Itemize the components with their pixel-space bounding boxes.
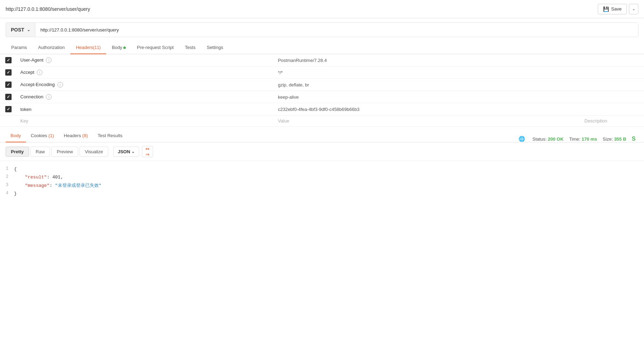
response-tab-body[interactable]: Body (6, 129, 26, 142)
response-tab-headers[interactable]: Headers (8) (59, 129, 93, 142)
preview-button[interactable]: Preview (52, 147, 78, 157)
header-checkbox-2[interactable] (5, 69, 12, 76)
header-checkbox-4[interactable] (5, 94, 12, 100)
tab-headers[interactable]: Headers(11) (70, 41, 106, 54)
method-select[interactable]: POST ⌄ (6, 23, 35, 37)
tab-authorization[interactable]: Authorization (33, 41, 70, 54)
response-tab-test-results[interactable]: Test Results (93, 129, 128, 142)
header-checkbox-3[interactable] (5, 82, 12, 88)
wrap-button[interactable]: ⇔⇒ (142, 146, 153, 157)
request-tabs: Params Authorization Headers(11) Body Pr… (0, 41, 644, 54)
format-select[interactable]: JSON ⌄ (113, 147, 139, 157)
wrap-icon: ⇔⇒ (145, 146, 150, 157)
url-input[interactable] (35, 23, 638, 37)
request-url-title: http://127.0.0.1:8080/server/user/query (6, 6, 90, 12)
table-row: User-Agent i PostmanRuntime/7.28.4 (0, 54, 644, 66)
tab-body[interactable]: Body (106, 41, 131, 54)
header-checkbox-1[interactable] (5, 57, 12, 63)
response-tabs: Body Cookies (1) Headers (8) Test Result… (0, 129, 644, 142)
tab-params[interactable]: Params (6, 41, 33, 54)
headers-section: User-Agent i PostmanRuntime/7.28.4 Accep… (0, 54, 644, 127)
header-checkbox-5[interactable] (5, 106, 12, 112)
save-button[interactable]: 💾 Save (598, 4, 627, 14)
info-icon-4: i (46, 94, 52, 100)
save-icon: 💾 (603, 6, 609, 12)
request-bar: POST ⌄ (6, 22, 638, 37)
code-line-2: 2 "result": 401, (0, 173, 644, 181)
new-header-row: Key Value Description (0, 115, 644, 127)
table-row: token c232ebf0-4fea-4bf3-9df0-c458b69b66… (0, 103, 644, 115)
table-row: Accept i */* (0, 66, 644, 79)
body-dot (123, 47, 126, 49)
headers-table: User-Agent i PostmanRuntime/7.28.4 Accep… (0, 54, 644, 127)
response-body-code: 1 { 2 "result": 401, 3 "message": "未登录或登… (0, 161, 644, 202)
visualize-button[interactable]: Visualize (80, 147, 108, 157)
save-dropdown-button[interactable]: ⌄ (629, 4, 638, 14)
response-status: 🌐 Status: 200 OK Time: 170 ms Size: 355 … (519, 136, 638, 142)
top-bar: http://127.0.0.1:8080/server/user/query … (0, 0, 644, 18)
info-icon-2: i (37, 70, 42, 75)
pretty-button[interactable]: Pretty (6, 147, 29, 157)
table-row: Accept-Encoding i gzip, deflate, br (0, 79, 644, 91)
response-toolbar: Pretty Raw Preview Visualize JSON ⌄ ⇔⇒ (0, 142, 644, 161)
method-chevron-icon: ⌄ (27, 28, 30, 32)
response-tab-cookies[interactable]: Cookies (1) (26, 129, 59, 142)
code-line-4: 4 } (0, 190, 644, 198)
info-icon-1: i (46, 57, 52, 63)
format-chevron-icon: ⌄ (131, 149, 135, 154)
tab-settings[interactable]: Settings (201, 41, 229, 54)
tab-pre-request[interactable]: Pre-request Script (131, 41, 179, 54)
code-line-1: 1 { (0, 165, 644, 173)
info-icon-3: i (57, 82, 63, 87)
code-line-3: 3 "message": "未登录或登录已失效" (0, 182, 644, 190)
scroll-right-icon: S (632, 136, 636, 142)
tab-tests[interactable]: Tests (179, 41, 201, 54)
raw-button[interactable]: Raw (30, 147, 50, 157)
globe-icon: 🌐 (519, 136, 525, 142)
table-row: Connection i keep-alive (0, 91, 644, 103)
